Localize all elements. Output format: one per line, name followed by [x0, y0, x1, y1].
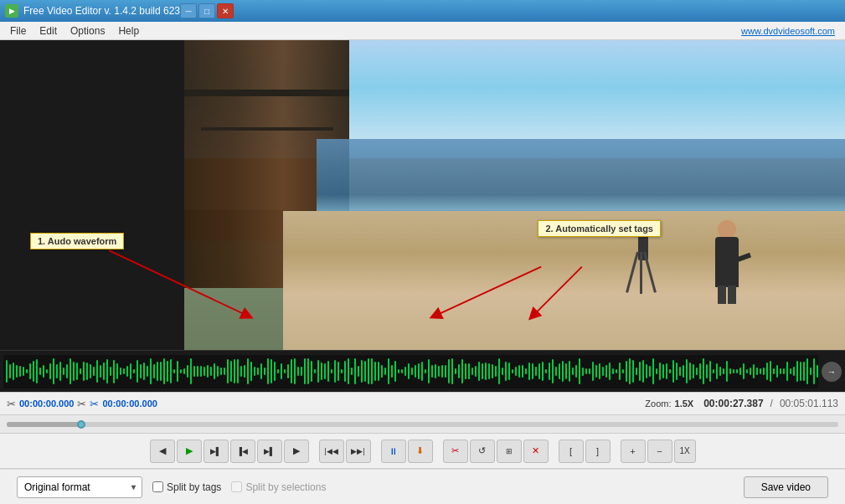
waveform-bar: [689, 363, 691, 380]
waveform-bar: [271, 359, 272, 384]
waveform-bar: [746, 369, 748, 373]
cut-icon-right[interactable]: ✂: [90, 398, 99, 410]
waveform-bar: [66, 364, 68, 378]
waveform-bar: [90, 364, 91, 378]
waveform-bar: [36, 359, 38, 383]
waveform-bar: [763, 368, 765, 374]
waveform-bar: [220, 368, 222, 375]
split-by-selections-checkbox[interactable]: [231, 481, 242, 492]
waveform-bar: [559, 363, 560, 379]
volume-up-button[interactable]: +: [621, 440, 646, 463]
minimize-button[interactable]: ─: [180, 3, 197, 18]
waveform-bar: [324, 363, 326, 380]
prev-marker-button[interactable]: |◀◀: [319, 440, 344, 463]
waveform-bar: [448, 359, 450, 383]
waveform-bar: [676, 363, 678, 381]
waveform-bar: [274, 362, 276, 381]
website-link[interactable]: www.dvdvideosoft.com: [741, 26, 842, 36]
next-marker-button[interactable]: ▶▶|: [346, 440, 371, 463]
waveform-bar: [569, 361, 570, 381]
format-select[interactable]: Original format MP4 AVI MKV MOV WMV: [17, 476, 142, 498]
waveform-bar: [344, 361, 346, 383]
pause-button[interactable]: ⏸: [381, 440, 406, 463]
waveform-bar: [351, 368, 353, 374]
waveform-bar: [636, 368, 637, 376]
close-button[interactable]: ✕: [217, 3, 234, 18]
waveform-bar: [428, 359, 430, 384]
menu-file[interactable]: File: [3, 23, 33, 39]
speed-button[interactable]: 1X: [674, 440, 696, 463]
waveform-bar: [806, 358, 808, 385]
rotate-button[interactable]: ↺: [470, 440, 495, 463]
waveform-bar: [49, 363, 51, 378]
waveform-bar: [686, 359, 688, 384]
current-time-display: 00:00:27.387: [703, 398, 763, 409]
waveform-bar: [750, 368, 751, 375]
waveform-bar: [33, 361, 34, 382]
step-back-button[interactable]: ◀: [150, 440, 175, 463]
waveform-bar: [177, 361, 178, 382]
split-by-tags-label[interactable]: Split by tags: [152, 481, 221, 493]
waveform-bar: [528, 363, 530, 379]
menu-edit[interactable]: Edit: [33, 23, 64, 39]
waveform-bar: [126, 366, 128, 378]
volume-down-button[interactable]: −: [647, 440, 672, 463]
waveform-bar: [743, 363, 745, 378]
split-by-selections-label[interactable]: Split by selections: [231, 481, 326, 493]
menu-help[interactable]: Help: [111, 23, 146, 39]
maximize-button[interactable]: □: [198, 3, 215, 18]
waveform-bar: [629, 358, 631, 384]
waveform-bar: [140, 364, 142, 378]
waveform-bar: [147, 366, 148, 376]
split-by-tags-checkbox[interactable]: [152, 481, 163, 492]
person-head: [718, 220, 736, 239]
menu-options[interactable]: Options: [64, 23, 111, 39]
person-leg1: [718, 285, 726, 304]
waveform-bar: [649, 366, 651, 377]
mark-in-button[interactable]: [: [559, 440, 584, 463]
waveform-bar: [512, 369, 513, 373]
scrubber-area[interactable]: [0, 415, 845, 434]
waveform-bar: [773, 368, 775, 373]
waveform-bar: [93, 367, 95, 375]
waveform-bar: [425, 369, 426, 374]
save-video-button[interactable]: Save video: [744, 476, 828, 498]
waveform-bar: [482, 363, 483, 379]
step-forward-button[interactable]: ▶: [284, 440, 309, 463]
scrubber-track[interactable]: [7, 422, 838, 427]
scrubber-handle[interactable]: [77, 420, 85, 429]
cut-button[interactable]: ✂: [443, 440, 468, 463]
waveform-bar: [545, 369, 547, 373]
waveform-bar: [381, 365, 383, 377]
play-button[interactable]: ▶: [177, 440, 202, 463]
waveform-bar: [113, 360, 115, 383]
waveform-bar: [736, 369, 738, 374]
waveform-bar: [723, 368, 724, 373]
waveform-bar: [123, 368, 125, 373]
timeline-marker: 00:00:00.000: [102, 399, 157, 409]
cut-icon-mid[interactable]: ✂: [77, 398, 86, 410]
titlebar-title: Free Video Editor v. 1.4.2 build 623: [23, 5, 180, 17]
video-player[interactable]: [184, 40, 845, 350]
delete-button[interactable]: ✕: [523, 440, 549, 463]
waveform-bar: [214, 363, 215, 379]
waveform-bar: [327, 361, 329, 383]
prev-frame-button[interactable]: ▐◀: [230, 440, 255, 463]
download-button[interactable]: ⬇: [408, 440, 433, 463]
waveform-bar: [766, 363, 768, 381]
waveform-bar: [83, 362, 85, 381]
waveform-nav-arrow[interactable]: →: [822, 362, 842, 382]
waveform-bar: [408, 363, 410, 378]
waveform-bar: [63, 368, 64, 376]
split-image-button[interactable]: ⊞: [497, 440, 522, 463]
play-selection-button[interactable]: ▶▌: [204, 440, 229, 463]
waveform-bar: [73, 362, 75, 382]
next-frame-button[interactable]: ▶▌: [257, 440, 282, 463]
waveform-bar: [321, 363, 322, 379]
cut-icon-left[interactable]: ✂: [7, 398, 16, 410]
mark-out-button[interactable]: ]: [585, 440, 611, 463]
waveform-bar: [525, 368, 527, 373]
waveform-bar: [719, 367, 721, 377]
waveform-bar: [445, 365, 446, 378]
waveform-bar: [619, 363, 621, 381]
